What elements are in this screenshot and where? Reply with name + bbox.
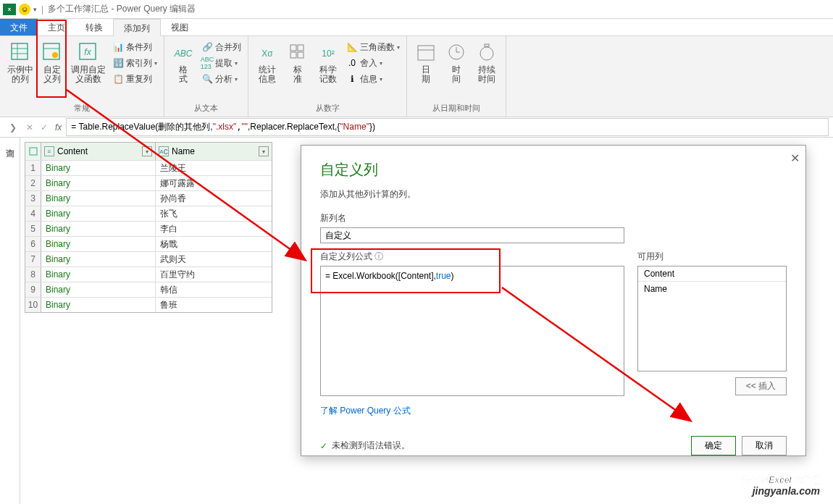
cell-name[interactable]: 武则天 xyxy=(156,252,272,266)
parse-button[interactable]: 🔍分析▾ xyxy=(199,71,243,87)
new-name-input[interactable] xyxy=(320,227,624,243)
row-number: 7 xyxy=(25,252,41,266)
expand-pane-icon[interactable]: ❯ xyxy=(4,122,22,133)
smile-icon: ☺ xyxy=(19,4,30,15)
cell-content[interactable]: Binary xyxy=(41,206,156,221)
table-row[interactable]: 9Binary韩信 xyxy=(25,282,272,297)
rounding-button[interactable]: .0舍入▾ xyxy=(344,55,402,71)
confirm-icon[interactable]: ✓ xyxy=(41,122,48,133)
extract-button[interactable]: ABC123提取▾ xyxy=(199,55,243,71)
table-row[interactable]: 10Binary鲁班 xyxy=(25,297,272,312)
list-item[interactable]: Name xyxy=(638,282,786,296)
row-number: 10 xyxy=(25,298,41,312)
window-title: 多个工作簿汇总 - Power Query 编辑器 xyxy=(48,3,196,15)
cell-name[interactable]: 鲁班 xyxy=(156,298,272,312)
cell-content[interactable]: Binary xyxy=(41,267,156,282)
tab-transform[interactable]: 转换 xyxy=(75,19,113,35)
svg-text:Xσ: Xσ xyxy=(261,49,273,59)
table-row[interactable]: 8Binary百里守约 xyxy=(25,266,272,282)
close-icon[interactable]: ✕ xyxy=(790,151,800,165)
formula-textarea[interactable]: = Excel.Workbook([Content],true) xyxy=(320,266,624,396)
ok-button[interactable]: 确定 xyxy=(691,436,736,455)
qat-dropdown-icon[interactable]: ▾ xyxy=(33,6,37,13)
svg-rect-16 xyxy=(418,46,434,60)
table-row[interactable]: 2Binary娜可露露 xyxy=(25,175,272,190)
data-grid: ≡ Content ▾ Ac Name ▾ 1Binary兰陵王2Binary娜… xyxy=(25,142,272,313)
svg-rect-12 xyxy=(298,45,304,51)
insert-button[interactable]: << 插入 xyxy=(735,377,787,395)
cell-content[interactable]: Binary xyxy=(41,176,156,190)
cancel-button[interactable]: 取消 xyxy=(742,436,787,455)
svg-point-6 xyxy=(52,52,58,58)
standard-button[interactable]: 标 准 xyxy=(283,39,312,87)
cell-content[interactable]: Binary xyxy=(41,298,156,312)
tab-add-column[interactable]: 添加列 xyxy=(113,19,161,36)
conditional-column-button[interactable]: 📊条件列 xyxy=(110,39,159,55)
group-general: 示例中 的列 自定 义列 fx调用自定 义函数 📊条件列 🔢索引列▾ 📋重复列 … xyxy=(0,36,164,117)
cell-name[interactable]: 百里守约 xyxy=(156,267,272,282)
cell-content[interactable]: Binary xyxy=(41,282,156,297)
cell-name[interactable]: 李白 xyxy=(156,222,272,236)
grid-corner[interactable] xyxy=(25,143,41,160)
info-button[interactable]: ℹ信息▾ xyxy=(344,71,402,87)
formula-label: 自定义列公式 ⓘ xyxy=(320,251,624,263)
cell-name[interactable]: 杨戬 xyxy=(156,237,272,251)
date-button[interactable]: 日 期 xyxy=(411,39,440,85)
tab-view[interactable]: 视图 xyxy=(161,19,198,35)
cell-name[interactable]: 韩信 xyxy=(156,282,272,297)
row-number: 6 xyxy=(25,237,41,251)
svg-point-21 xyxy=(480,47,493,60)
custom-column-button[interactable]: 自定 义列 xyxy=(38,39,67,87)
cell-name[interactable]: 娜可露露 xyxy=(156,176,272,190)
duplicate-column-button[interactable]: 📋重复列 xyxy=(110,71,159,87)
cell-name[interactable]: 孙尚香 xyxy=(156,191,272,206)
table-row[interactable]: 7Binary武则天 xyxy=(25,251,272,266)
svg-rect-13 xyxy=(290,52,296,58)
tab-home[interactable]: 主页 xyxy=(38,19,75,35)
time-button[interactable]: 时 间 xyxy=(442,39,471,85)
table-row[interactable]: 3Binary孙尚香 xyxy=(25,190,272,206)
column-header-content[interactable]: ≡ Content ▾ xyxy=(41,143,156,160)
learn-more-link[interactable]: 了解 Power Query 公式 xyxy=(320,405,411,417)
filter-dropdown-icon[interactable]: ▾ xyxy=(142,146,152,156)
format-button[interactable]: ABC格 式 xyxy=(169,39,198,87)
type-icon[interactable]: ≡ xyxy=(44,146,54,156)
cancel-icon[interactable]: ✕ xyxy=(26,122,33,133)
excel-icon: x xyxy=(3,4,16,15)
column-header-name[interactable]: Ac Name ▾ xyxy=(156,143,272,160)
cell-content[interactable]: Binary xyxy=(41,222,156,236)
merge-columns-button[interactable]: 🔗合并列 xyxy=(199,39,243,55)
svg-rect-23 xyxy=(30,148,37,155)
list-item[interactable]: Content xyxy=(638,266,786,282)
row-number: 3 xyxy=(25,191,41,206)
queries-pane-collapsed[interactable]: 查询 xyxy=(0,138,20,504)
table-row[interactable]: 5Binary李白 xyxy=(25,221,272,236)
fx-icon[interactable]: fx xyxy=(55,122,62,133)
row-number: 9 xyxy=(25,282,41,297)
cell-name[interactable]: 张飞 xyxy=(156,206,272,221)
type-icon[interactable]: Ac xyxy=(159,146,169,156)
index-column-button[interactable]: 🔢索引列▾ xyxy=(110,55,159,71)
table-row[interactable]: 4Binary张飞 xyxy=(25,206,272,221)
available-columns-list[interactable]: Content Name xyxy=(637,266,787,371)
trig-button[interactable]: 📐三角函数▾ xyxy=(344,39,402,55)
cell-content[interactable]: Binary xyxy=(41,161,156,175)
statistics-button[interactable]: Xσ统计 信息 xyxy=(253,39,282,87)
cell-content[interactable]: Binary xyxy=(41,191,156,206)
column-from-example-button[interactable]: 示例中 的列 xyxy=(4,39,36,87)
custom-column-dialog: ✕ 自定义列 添加从其他列计算的列。 新列名 自定义列公式 ⓘ = Excel.… xyxy=(301,145,806,456)
invoke-function-button[interactable]: fx调用自定 义函数 xyxy=(68,39,109,87)
duration-button[interactable]: 持续 时间 xyxy=(472,39,501,85)
ribbon-tabs: 文件 主页 转换 添加列 视图 xyxy=(0,19,833,36)
table-row[interactable]: 6Binary杨戬 xyxy=(25,236,272,251)
separator: | xyxy=(41,4,43,14)
scientific-button[interactable]: 10²科学 记数 xyxy=(314,39,343,87)
formula-input[interactable]: = Table.ReplaceValue(删除的其他列,".xlsx","",R… xyxy=(66,118,829,136)
table-row[interactable]: 1Binary兰陵王 xyxy=(25,160,272,175)
cell-content[interactable]: Binary xyxy=(41,237,156,251)
cell-content[interactable]: Binary xyxy=(41,252,156,266)
dialog-subtitle: 添加从其他列计算的列。 xyxy=(320,188,787,201)
filter-dropdown-icon[interactable]: ▾ xyxy=(259,146,269,156)
tab-file[interactable]: 文件 xyxy=(0,19,38,35)
cell-name[interactable]: 兰陵王 xyxy=(156,161,272,175)
